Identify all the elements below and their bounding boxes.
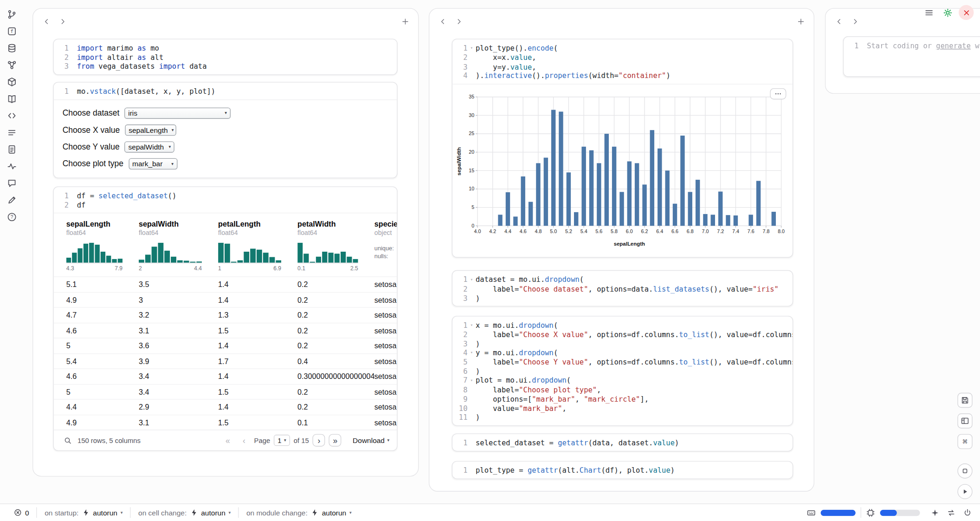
on-cell-change-chip[interactable]: on cell change:autorun▾: [131, 504, 239, 521]
dataset-dropdown[interactable]: iris▾: [124, 107, 231, 118]
line-number: 1: [59, 191, 69, 201]
table-cell: 3.5: [139, 277, 218, 292]
download-button[interactable]: Download ▾: [353, 436, 389, 444]
table-row[interactable]: 5.43.91.70.4setosa: [54, 353, 397, 369]
first-page-button[interactable]: «: [221, 434, 234, 447]
last-page-button[interactable]: »: [329, 434, 342, 447]
panel-layout-button[interactable]: [957, 413, 972, 428]
scratchpad-icon[interactable]: [4, 141, 20, 157]
command-palette-button[interactable]: ⌘: [957, 434, 972, 449]
code-editor[interactable]: 1 Start coding or generate with AI: [844, 37, 980, 53]
datasources-icon[interactable]: [4, 40, 20, 56]
table-row[interactable]: 4.73.21.30.2setosa: [54, 307, 397, 323]
code-editor[interactable]: 1mo.vstack([dataset, x, y, plot]): [54, 83, 397, 99]
table-row[interactable]: 4.931.40.2setosa: [54, 292, 397, 307]
code-line: y=y.value,: [476, 62, 536, 72]
run-all-button[interactable]: [957, 484, 972, 499]
x-value-dropdown[interactable]: sepalLength▾: [125, 124, 176, 135]
swap-arrows-icon: [947, 508, 956, 517]
notebook-menu-button[interactable]: [921, 5, 936, 20]
column-histogram[interactable]: 0.12.5: [297, 243, 374, 272]
documentation-icon[interactable]: [4, 91, 20, 106]
next-page-button[interactable]: ›: [313, 434, 325, 447]
chat-icon[interactable]: [4, 175, 20, 191]
plot-type-dropdown[interactable]: mark_bar▾: [129, 158, 177, 169]
code-editor[interactable]: 1df = selected_dataset()2df: [54, 187, 397, 213]
on-module-change-chip[interactable]: on module change:autorun▾: [239, 504, 359, 521]
add-column-button[interactable]: [398, 14, 412, 28]
move-column-left-button[interactable]: [436, 14, 450, 28]
line-number: 6: [458, 367, 468, 376]
fold-spacer: [69, 62, 77, 72]
column-histogram[interactable]: 16.9: [218, 243, 297, 272]
fold-icon[interactable]: ▾: [467, 376, 476, 385]
table-row[interactable]: 4.93.11.50.1setosa: [54, 415, 397, 430]
svg-text:4.6: 4.6: [520, 228, 527, 234]
svg-text:5.2: 5.2: [565, 228, 572, 234]
fold-spacer: [467, 358, 476, 367]
column-header-species[interactable]: speciesobject: [374, 220, 398, 236]
move-column-right-button[interactable]: [452, 14, 466, 28]
move-column-right-button[interactable]: [848, 14, 862, 28]
dependencies-icon[interactable]: [4, 57, 20, 73]
save-button[interactable]: [957, 393, 972, 408]
column-histogram[interactable]: 24.4: [139, 243, 218, 272]
column-header-petalLength[interactable]: petalLengthfloat64: [218, 220, 297, 236]
code-editor[interactable]: 1▾x = mo.ui.dropdown(2 label="Choose X v…: [452, 317, 793, 425]
vega-chart[interactable]: 4.04.24.44.64.85.05.25.45.65.86.06.26.46…: [455, 92, 793, 248]
line-number: 10: [458, 404, 468, 413]
column-header-sepalWidth[interactable]: sepalWidthfloat64: [139, 220, 218, 236]
on-startup-chip[interactable]: on startup:autorun▾: [37, 504, 130, 521]
settings-button[interactable]: [940, 5, 955, 20]
annotate-icon[interactable]: [4, 192, 20, 208]
fold-icon[interactable]: ▾: [467, 275, 476, 285]
table-cell: 0.1: [297, 415, 374, 430]
tracing-icon[interactable]: [4, 158, 20, 174]
fold-icon[interactable]: ▾: [467, 44, 476, 53]
help-icon[interactable]: ?: [4, 209, 20, 225]
move-column-left-button[interactable]: [832, 14, 846, 28]
file-explorer-icon[interactable]: [4, 6, 20, 22]
snippets-icon[interactable]: [4, 108, 20, 124]
table-row[interactable]: 53.41.50.2setosa: [54, 384, 397, 399]
switch-runtime-button[interactable]: [945, 506, 958, 519]
chevron-down-icon: ▾: [121, 510, 123, 515]
prev-page-button[interactable]: ‹: [238, 434, 251, 447]
generate-with-ai-link[interactable]: generate: [936, 41, 971, 50]
table-row[interactable]: 4.63.11.50.2setosa: [54, 323, 397, 338]
move-column-left-button[interactable]: [39, 14, 53, 28]
stop-button[interactable]: [957, 463, 972, 478]
svg-text:5.0: 5.0: [550, 228, 557, 234]
error-count-button[interactable]: 0: [6, 504, 36, 521]
table-cell: setosa: [374, 293, 398, 307]
move-column-right-button[interactable]: [56, 14, 70, 28]
table-row[interactable]: 53.61.40.2setosa: [54, 338, 397, 353]
fold-icon[interactable]: ▾: [467, 321, 476, 330]
code-editor[interactable]: 1selected_dataset = getattr(data, datase…: [452, 434, 793, 451]
shutdown-button[interactable]: [959, 5, 974, 20]
fold-icon[interactable]: ▾: [467, 348, 476, 358]
page-select[interactable]: 1 ▾: [274, 435, 290, 446]
add-column-button[interactable]: [794, 14, 808, 28]
code-editor[interactable]: 1plot_type = getattr(alt.Chart(df), plot…: [452, 462, 793, 478]
column-header-petalWidth[interactable]: petalWidthfloat64: [297, 220, 374, 236]
column-header-sepalLength[interactable]: sepalLengthfloat64: [66, 220, 139, 236]
power-button[interactable]: [961, 506, 974, 519]
code-editor[interactable]: 1▾plot_type().encode(2 x=x.value,3 y=y.v…: [452, 39, 793, 84]
keyboard-icon[interactable]: [807, 508, 816, 517]
marimo-file-icon[interactable]: f: [4, 23, 20, 39]
y-value-dropdown[interactable]: sepalWidth▾: [124, 141, 174, 152]
chart-options-button[interactable]: [770, 88, 786, 99]
packages-icon[interactable]: [4, 74, 20, 90]
logs-icon[interactable]: [4, 124, 20, 140]
table-row[interactable]: 4.63.41.40.30000000000000004setosa: [54, 369, 397, 384]
table-row[interactable]: 4.42.91.40.2setosa: [54, 399, 397, 415]
code-editor[interactable]: 1import marimo as mo2import altair as al…: [54, 39, 397, 74]
column-histogram[interactable]: 4.37.9: [66, 243, 139, 272]
table-search-button[interactable]: [61, 434, 74, 447]
lightning-icon: [310, 508, 319, 517]
table-row[interactable]: 5.13.51.40.2setosa: [54, 277, 397, 292]
ai-assistant-button[interactable]: [928, 506, 941, 519]
helper-panel-sidebar: f?: [0, 0, 24, 503]
code-editor[interactable]: 1▾dataset = mo.ui.dropdown(2 label="Choo…: [452, 271, 793, 306]
